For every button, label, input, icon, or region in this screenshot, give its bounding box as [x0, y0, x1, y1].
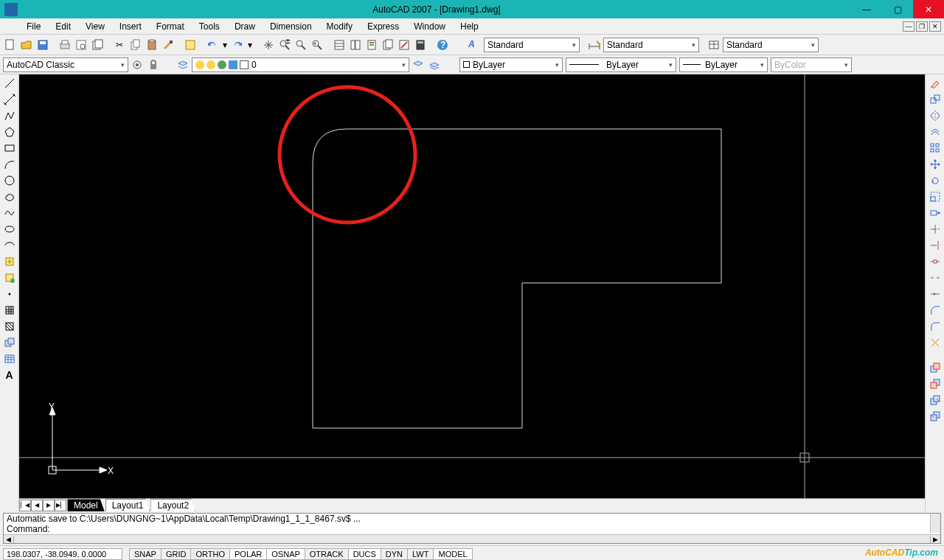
- plot-icon[interactable]: [58, 38, 72, 52]
- copy-object-icon[interactable]: [928, 92, 943, 107]
- make-block-icon[interactable]: [2, 270, 17, 285]
- workspace-select[interactable]: AutoCAD Classic: [3, 57, 128, 72]
- ducs-toggle[interactable]: DUCS: [348, 548, 381, 560]
- paste-icon[interactable]: [145, 38, 159, 52]
- polyline-icon[interactable]: [2, 108, 17, 123]
- menu-dimension[interactable]: Dimension: [263, 20, 319, 33]
- circle-icon[interactable]: [2, 173, 17, 188]
- ortho-toggle[interactable]: ORTHO: [190, 548, 230, 560]
- mdi-minimize[interactable]: —: [903, 21, 914, 32]
- properties-icon[interactable]: [332, 38, 347, 52]
- polygon-icon[interactable]: [2, 125, 17, 139]
- copy-icon[interactable]: [128, 38, 143, 52]
- tab-last-icon[interactable]: ▶▏: [55, 500, 66, 511]
- stretch-icon[interactable]: [928, 206, 943, 220]
- join-icon[interactable]: [928, 287, 943, 301]
- break-at-point-icon[interactable]: [928, 254, 943, 269]
- text-style-select[interactable]: Standard: [484, 38, 580, 52]
- match-properties-icon[interactable]: [161, 38, 176, 52]
- command-prompt[interactable]: Command:: [4, 524, 940, 534]
- menu-edit[interactable]: Edit: [48, 20, 78, 33]
- menu-insert[interactable]: Insert: [112, 20, 149, 33]
- hatch-icon[interactable]: [2, 303, 17, 318]
- help-icon[interactable]: ?: [435, 38, 450, 52]
- tab-first-icon[interactable]: ▏◀: [19, 500, 31, 511]
- erase-icon[interactable]: [928, 76, 943, 91]
- tab-layout1[interactable]: Layout1: [105, 499, 150, 511]
- sheet-set-icon[interactable]: [381, 38, 395, 52]
- redo-dropdown[interactable]: ▾: [246, 38, 254, 52]
- layer-select[interactable]: 0: [192, 57, 409, 72]
- mirror-icon[interactable]: [928, 108, 943, 123]
- rotate-icon[interactable]: [928, 173, 943, 188]
- markup-icon[interactable]: [397, 38, 412, 52]
- arc-icon[interactable]: [2, 157, 17, 172]
- lineweight-select[interactable]: ByLayer: [679, 57, 768, 72]
- tab-prev-icon[interactable]: ◀: [31, 500, 43, 511]
- point-icon[interactable]: [2, 287, 17, 301]
- mdi-restore[interactable]: ❐: [916, 21, 928, 32]
- insert-block-icon[interactable]: [2, 254, 17, 269]
- snap-toggle[interactable]: SNAP: [129, 548, 162, 560]
- menu-file[interactable]: File: [19, 20, 48, 33]
- tab-next-icon[interactable]: ▶: [43, 500, 55, 511]
- menu-tools[interactable]: Tools: [192, 20, 227, 33]
- dim-style-icon[interactable]: [587, 38, 602, 52]
- new-icon[interactable]: [3, 38, 18, 52]
- rectangle-icon[interactable]: [2, 141, 17, 155]
- block-editor-icon[interactable]: [183, 38, 198, 52]
- table-icon[interactable]: [2, 351, 17, 366]
- lwt-toggle[interactable]: LWT: [407, 548, 434, 560]
- open-icon[interactable]: [19, 38, 34, 52]
- design-center-icon[interactable]: [348, 38, 363, 52]
- explode-icon[interactable]: [928, 335, 943, 350]
- cut-icon[interactable]: ✂: [112, 38, 127, 52]
- tab-layout2[interactable]: Layout2: [150, 499, 195, 511]
- draworder-above-icon[interactable]: [928, 393, 943, 407]
- gradient-icon[interactable]: [2, 319, 17, 334]
- table-style-icon[interactable]: [707, 38, 721, 52]
- trim-icon[interactable]: [928, 222, 943, 237]
- menu-express[interactable]: Express: [360, 20, 406, 33]
- text-style-icon[interactable]: A: [468, 38, 482, 52]
- menu-draw[interactable]: Draw: [227, 20, 263, 33]
- redo-icon[interactable]: [230, 38, 245, 52]
- mtext-icon[interactable]: A: [2, 368, 17, 382]
- ellipse-icon[interactable]: [2, 222, 17, 237]
- draworder-icon[interactable]: [928, 360, 943, 375]
- offset-icon[interactable]: [928, 125, 943, 139]
- ellipse-arc-icon[interactable]: [2, 238, 17, 253]
- close-button[interactable]: ✕: [913, 0, 944, 18]
- line-icon[interactable]: [2, 76, 17, 91]
- minimize-button[interactable]: —: [851, 0, 882, 18]
- plot-preview-icon[interactable]: [74, 38, 88, 52]
- command-scroll-h[interactable]: ◀ ▶: [4, 534, 940, 543]
- dyn-toggle[interactable]: DYN: [381, 548, 408, 560]
- layer-previous-icon[interactable]: [411, 57, 426, 72]
- workspace-lock-icon[interactable]: [146, 57, 161, 72]
- menu-help[interactable]: Help: [453, 20, 486, 33]
- pan-icon[interactable]: [261, 38, 276, 52]
- osnap-toggle[interactable]: OSNAP: [266, 548, 305, 560]
- layer-states-icon[interactable]: [427, 57, 442, 72]
- plotstyle-select[interactable]: ByColor: [771, 57, 852, 72]
- fillet-icon[interactable]: [928, 319, 943, 334]
- spline-icon[interactable]: [2, 206, 17, 220]
- model-toggle[interactable]: MODEL: [433, 548, 472, 560]
- menu-window[interactable]: Window: [406, 20, 453, 33]
- undo-icon[interactable]: [205, 38, 220, 52]
- layer-properties-icon[interactable]: [176, 57, 190, 72]
- mdi-close[interactable]: ✕: [929, 21, 941, 32]
- draworder-under-icon[interactable]: [928, 409, 943, 424]
- linetype-select[interactable]: ByLayer: [566, 57, 676, 72]
- move-icon[interactable]: [928, 157, 943, 172]
- revision-cloud-icon[interactable]: [2, 189, 17, 204]
- extend-icon[interactable]: [928, 238, 943, 253]
- color-select[interactable]: ByLayer: [459, 57, 563, 72]
- scale-icon[interactable]: [928, 189, 943, 204]
- otrack-toggle[interactable]: OTRACK: [305, 548, 349, 560]
- menu-format[interactable]: Format: [149, 20, 192, 33]
- coordinates-display[interactable]: 198.0307, -38.0949, 0.0000: [3, 548, 122, 560]
- undo-dropdown[interactable]: ▾: [221, 38, 229, 52]
- command-scroll-v[interactable]: [930, 514, 940, 533]
